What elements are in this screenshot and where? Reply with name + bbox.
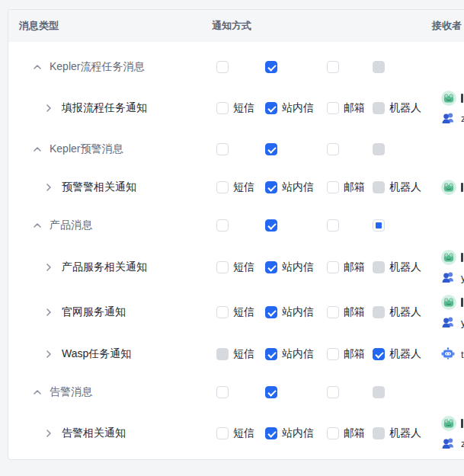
notify-option	[373, 143, 385, 155]
notify-option-label: 邮箱	[344, 180, 365, 194]
notify-option-label: 机器人	[389, 305, 421, 319]
notify-option-label: 站内信	[282, 180, 314, 194]
checkbox-sms[interactable]	[216, 181, 229, 193]
collapse-icon[interactable]	[33, 145, 42, 154]
group-row: Kepler预警消息	[8, 134, 464, 165]
notify-option: 机器人	[373, 426, 421, 440]
checkbox-email[interactable]	[327, 219, 339, 232]
checkbox-sms[interactable]	[216, 306, 229, 318]
expand-icon[interactable]	[44, 104, 53, 113]
checkbox-site-message[interactable]	[265, 219, 277, 232]
notify-option-label: 短信	[233, 426, 254, 440]
team-icon	[441, 111, 455, 125]
notify-option-label: 邮箱	[344, 347, 365, 361]
checkbox-site-message[interactable]	[265, 61, 277, 73]
checkbox-site-message[interactable]	[265, 102, 277, 114]
notify-option: 短信	[216, 180, 254, 194]
collapse-icon[interactable]	[33, 62, 42, 72]
notify-option-label: 短信	[233, 347, 254, 361]
checkbox-sms[interactable]	[216, 143, 229, 155]
checkbox-email[interactable]	[327, 61, 339, 73]
notify-option-label: 机器人	[389, 260, 421, 274]
checkbox-email[interactable]	[327, 143, 339, 155]
checkbox-robot	[373, 427, 385, 439]
checkbox-email[interactable]	[327, 348, 339, 360]
recipient-item: t	[441, 344, 464, 364]
message-type-label: 产品服务相关通知	[62, 260, 147, 274]
notify-option: 机器人	[373, 101, 421, 115]
notify-option: 站内信	[265, 260, 314, 274]
recipient-item: y	[441, 312, 464, 332]
expand-icon[interactable]	[44, 308, 53, 317]
checkbox-robot	[373, 61, 385, 73]
checkbox-email[interactable]	[327, 102, 339, 114]
checkbox-email[interactable]	[327, 306, 339, 318]
notify-option-label: 邮箱	[344, 305, 365, 319]
message-type-label: 告警消息	[50, 385, 92, 399]
checkbox-site-message[interactable]	[265, 386, 277, 398]
notify-option	[265, 143, 277, 155]
checkbox-site-message[interactable]	[265, 181, 277, 193]
table-row: 告警相关通知短信站内信邮箱机器人z	[8, 418, 464, 449]
frog-avatar-icon	[441, 91, 456, 106]
notify-option-label: 邮箱	[344, 260, 365, 274]
notify-option	[327, 386, 339, 398]
notify-option	[216, 143, 229, 155]
notify-option	[265, 219, 277, 232]
notify-option-label: 站内信	[282, 101, 314, 115]
recipient-cell	[441, 177, 463, 197]
notify-option-label: 站内信	[282, 260, 314, 274]
recipient-cell: y	[441, 248, 464, 287]
checkbox-robot[interactable]	[373, 348, 385, 360]
notify-option: 短信	[216, 260, 254, 274]
expand-icon[interactable]	[44, 350, 53, 359]
checkbox-email[interactable]	[327, 181, 339, 193]
checkbox-sms[interactable]	[216, 386, 229, 398]
checkbox-sms[interactable]	[216, 61, 229, 73]
notify-option-label: 机器人	[389, 101, 421, 115]
expand-icon[interactable]	[44, 429, 53, 438]
checkbox-sms[interactable]	[216, 219, 229, 232]
collapse-icon[interactable]	[33, 221, 42, 230]
checkbox-site-message[interactable]	[265, 348, 277, 360]
checkbox-email[interactable]	[327, 427, 339, 439]
expand-icon[interactable]	[44, 183, 53, 192]
notify-option: 站内信	[265, 305, 314, 319]
notify-option: 机器人	[373, 180, 421, 194]
recipient-item	[441, 248, 464, 267]
checkbox-sms[interactable]	[216, 102, 229, 114]
recipient-item: y	[441, 267, 464, 287]
frog-avatar-icon	[441, 416, 456, 431]
checkbox-email[interactable]	[327, 261, 339, 273]
checkbox-site-message[interactable]	[265, 306, 277, 318]
clipped-text-sliver	[461, 183, 463, 192]
collapse-icon[interactable]	[33, 388, 42, 397]
checkbox-robot[interactable]	[373, 219, 385, 232]
expand-icon[interactable]	[44, 263, 53, 272]
notify-option-label: 短信	[233, 260, 254, 274]
clipped-text-sliver	[461, 253, 463, 262]
notify-option-label: 短信	[233, 180, 254, 194]
notify-option-label: 短信	[233, 305, 254, 319]
notify-option-label: 机器人	[389, 347, 421, 361]
checkbox-robot	[373, 261, 385, 273]
notify-option	[216, 219, 229, 232]
notify-option: 短信	[216, 101, 254, 115]
frog-avatar-icon	[441, 180, 456, 195]
checkbox-sms	[216, 348, 229, 360]
notification-settings-table: 消息类型 通知方式 接收者 Kepler流程任务消息填报流程任务通知短信站内信邮…	[8, 9, 464, 460]
notify-option	[327, 143, 339, 155]
checkbox-site-message[interactable]	[265, 143, 277, 155]
message-type-label: Kepler预警消息	[50, 142, 123, 156]
checkbox-robot	[373, 181, 385, 193]
recipient-cell: z	[441, 414, 464, 453]
notify-option: 邮箱	[327, 426, 365, 440]
checkbox-site-message[interactable]	[265, 427, 277, 439]
checkbox-site-message[interactable]	[265, 261, 277, 273]
notify-option	[327, 61, 339, 73]
checkbox-sms[interactable]	[216, 427, 229, 439]
notify-option-label: 站内信	[282, 347, 314, 361]
notify-option: 站内信	[265, 347, 314, 361]
checkbox-sms[interactable]	[216, 261, 229, 273]
checkbox-email[interactable]	[327, 386, 339, 398]
